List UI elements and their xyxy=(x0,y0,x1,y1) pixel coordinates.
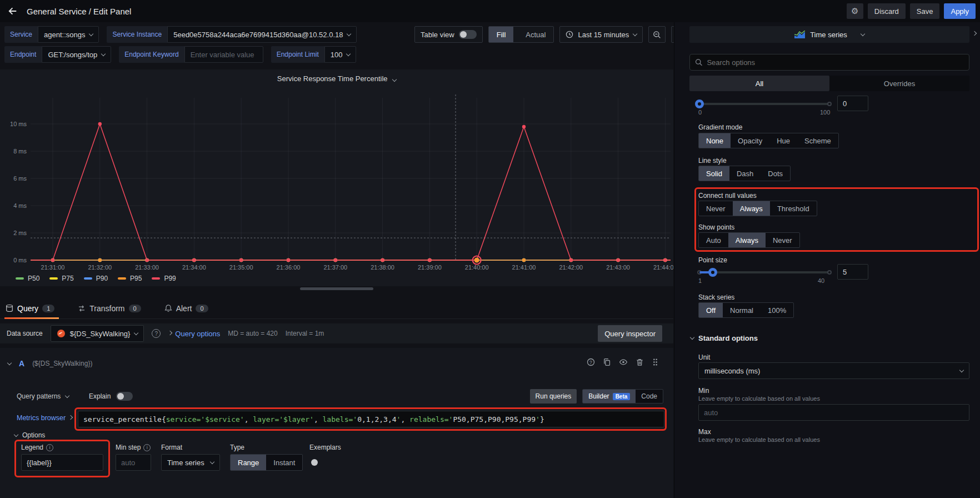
query-expression-input[interactable]: service_percentile{service='$service', l… xyxy=(78,411,664,427)
chevron-down-icon xyxy=(690,335,694,340)
point-size-value[interactable]: 5 xyxy=(837,264,868,280)
help-icon[interactable]: ? xyxy=(587,358,595,366)
datasource-help-icon[interactable]: ? xyxy=(152,329,161,338)
run-queries-button[interactable]: Run queries xyxy=(530,389,577,404)
slider-thumb[interactable] xyxy=(695,99,704,108)
gear-icon[interactable]: ⚙ xyxy=(847,3,863,19)
visualization-picker[interactable]: Time series xyxy=(689,26,969,43)
interval-text: Interval = 1m xyxy=(286,330,324,337)
duplicate-icon[interactable] xyxy=(603,358,611,366)
query-options-expander[interactable]: Query options xyxy=(168,330,220,338)
min-step-input[interactable] xyxy=(116,454,151,471)
back-arrow-icon[interactable] xyxy=(8,7,18,16)
bell-icon xyxy=(164,304,172,312)
save-button[interactable]: Save xyxy=(910,3,940,19)
gradient-opacity[interactable]: Opacity xyxy=(731,133,769,148)
zoom-out-button[interactable] xyxy=(648,26,666,43)
explain-switch[interactable] xyxy=(116,392,133,401)
legend-item-p75[interactable]: P75 xyxy=(49,275,73,282)
pane-tab-overrides[interactable]: Overrides xyxy=(829,76,969,91)
variable-value[interactable]: GET:/songs/top xyxy=(42,46,111,63)
type-instant[interactable]: Instant xyxy=(266,455,302,470)
eye-icon[interactable] xyxy=(619,358,628,366)
fill-button[interactable]: Fill xyxy=(489,27,514,42)
variable-value[interactable]: 100 xyxy=(324,46,357,63)
discard-button[interactable]: Discard xyxy=(868,3,906,19)
gradient-scheme[interactable]: Scheme xyxy=(797,133,838,148)
actual-button[interactable]: Actual xyxy=(518,27,553,42)
expr-token: ' xyxy=(449,415,453,424)
info-icon[interactable]: i xyxy=(46,444,53,451)
stack-100[interactable]: 100% xyxy=(761,303,793,317)
unit-select[interactable]: milliseconds (ms) xyxy=(698,362,969,379)
options-section-toggle[interactable]: Options xyxy=(14,431,45,439)
standard-options-section[interactable]: Standard options xyxy=(691,334,758,342)
legend-item-p50[interactable]: P50 xyxy=(16,275,39,282)
min-input[interactable] xyxy=(698,404,969,421)
panel-resize-handle[interactable] xyxy=(300,287,373,290)
variable-value[interactable]: agent::songs xyxy=(38,26,99,43)
fill-opacity-slider[interactable] xyxy=(699,103,829,105)
gradient-none[interactable]: None xyxy=(699,133,731,148)
linestyle-solid[interactable]: Solid xyxy=(699,166,729,181)
stack-off[interactable]: Off xyxy=(699,303,723,317)
gradient-hue[interactable]: Hue xyxy=(769,133,797,148)
variable-value[interactable] xyxy=(184,46,263,63)
trash-icon[interactable] xyxy=(636,358,644,366)
query-ref-id[interactable]: A xyxy=(19,359,24,368)
info-icon[interactable]: i xyxy=(143,444,151,451)
legend-swatch xyxy=(49,277,58,280)
legend-item-p90[interactable]: P90 xyxy=(84,275,108,282)
points-auto[interactable]: Auto xyxy=(699,233,728,247)
chevron-down-icon xyxy=(861,31,865,36)
search-input[interactable] xyxy=(707,58,964,67)
stack-normal[interactable]: Normal xyxy=(723,303,761,317)
svg-text:21:39:00: 21:39:00 xyxy=(418,264,442,271)
format-select[interactable]: Time series xyxy=(161,454,220,471)
time-range-picker[interactable]: Last 15 minutes xyxy=(559,26,643,43)
legend-input[interactable] xyxy=(21,454,103,471)
type-range[interactable]: Range xyxy=(231,455,266,470)
points-never[interactable]: Never xyxy=(766,233,799,247)
chevron-right-icon xyxy=(68,415,73,419)
tab-transform[interactable]: Transform0 xyxy=(78,304,141,313)
builder-tab[interactable]: Builder Beta xyxy=(583,390,636,403)
drag-grip-icon[interactable] xyxy=(652,358,659,366)
datasource-picker[interactable]: ${DS_SkyWalking} xyxy=(51,325,144,342)
svg-text:21:41:00: 21:41:00 xyxy=(512,264,536,271)
linestyle-dash[interactable]: Dash xyxy=(729,166,761,181)
slider-thumb[interactable] xyxy=(708,268,717,277)
collapse-pane-icon[interactable] xyxy=(972,31,977,36)
query-inspector-button[interactable]: Query inspector xyxy=(598,325,662,342)
svg-text:21:44:00: 21:44:00 xyxy=(653,264,673,271)
gradient-mode-label: Gradient mode xyxy=(698,123,742,131)
variable-chip: Endpoint Limit100 xyxy=(271,46,357,63)
point-size-min-label: 1 xyxy=(698,277,702,284)
fill-opacity-value[interactable]: 0 xyxy=(837,96,868,111)
variable-input[interactable] xyxy=(191,51,257,59)
nulls-threshold[interactable]: Threshold xyxy=(770,201,817,216)
point-size-slider[interactable] xyxy=(699,271,829,273)
nulls-never[interactable]: Never xyxy=(699,201,733,216)
linestyle-dots[interactable]: Dots xyxy=(761,166,790,181)
nulls-always[interactable]: Always xyxy=(733,201,770,216)
query-patterns-dropdown[interactable]: Query patterns xyxy=(17,389,69,404)
variable-value[interactable]: 5eed0e5758a244aca6e7699415d360aa@10.52.0… xyxy=(167,26,357,43)
pane-tab-all[interactable]: All xyxy=(689,76,829,91)
legend-item-p95[interactable]: P95 xyxy=(118,275,142,282)
timeseries-chart[interactable]: 0 ms2 ms4 ms6 ms8 ms10 ms21:31:0021:32:0… xyxy=(0,69,673,273)
points-always[interactable]: Always xyxy=(728,233,766,247)
svg-text:21:38:00: 21:38:00 xyxy=(371,264,394,271)
svg-text:6 ms: 6 ms xyxy=(13,175,27,182)
code-tab[interactable]: Code xyxy=(636,390,663,403)
apply-button[interactable]: Apply xyxy=(944,3,976,19)
tab-alert[interactable]: Alert0 xyxy=(164,304,208,313)
metrics-browser-link[interactable]: Metrics browser xyxy=(17,414,72,422)
svg-text:4 ms: 4 ms xyxy=(13,202,27,209)
tab-count-badge: 1 xyxy=(42,305,54,312)
table-view-switch[interactable] xyxy=(459,30,477,39)
tab-query[interactable]: Query1 xyxy=(6,304,54,313)
legend-item-p99[interactable]: P99 xyxy=(152,275,176,282)
query-collapse-chevron-icon[interactable] xyxy=(7,360,12,365)
expr-token: ' xyxy=(353,415,357,424)
